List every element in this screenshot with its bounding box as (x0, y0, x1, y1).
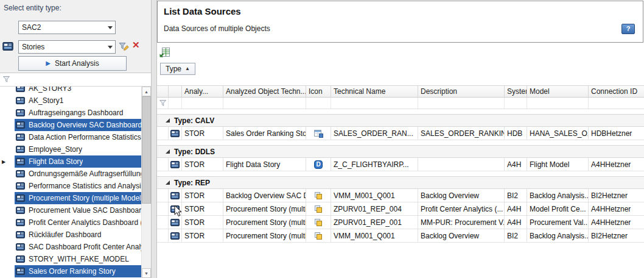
data-cell (157, 127, 169, 140)
list-item[interactable]: SAC Dashboard Profit Center Analytic (0, 241, 141, 253)
list-item[interactable]: Ordnungsgemäße Auftragserfüllung (0, 168, 141, 180)
filter-cell[interactable] (223, 98, 306, 109)
list-item[interactable]: Sales Order Ranking Story (0, 265, 141, 277)
group-row[interactable]: Type: REP (157, 176, 644, 189)
data-cell: A4HHetzner (589, 158, 644, 171)
list-item-label: STORY_WITH_FAKE_MODEL (29, 255, 129, 263)
clear-filter-icon[interactable]: ✕ (132, 40, 140, 51)
list-item[interactable]: ▶ Flight Data Story (0, 155, 141, 168)
list-item-content: Sales Order Ranking Story (15, 265, 141, 277)
list-item[interactable]: Profit Center Analytics Dashboard (Pr (0, 216, 141, 229)
chevron-down-icon[interactable] (105, 46, 115, 49)
story-icon (16, 255, 25, 263)
group-row[interactable]: Type: DDLS (157, 145, 644, 158)
column-header[interactable]: Icon (306, 86, 331, 97)
row-gutter (0, 229, 15, 241)
list-item-label: Sales Order Ranking Story (29, 267, 116, 276)
data-cell: Procurement Story (multi... (223, 216, 306, 229)
data-cell: Flight Model (527, 158, 589, 171)
list-item-content: AK_Story1 (15, 94, 141, 107)
analyzed-object-icon-cell (169, 189, 182, 202)
grid-header-row: Analy...Analyzed Object Techn....IconTec… (157, 85, 644, 98)
filter-cell[interactable] (418, 98, 505, 109)
list-item[interactable]: STORY_WITH_FAKE_MODEL (0, 253, 141, 265)
story-icon (16, 170, 25, 177)
list-item-content: Rückläufer Dashboard (15, 229, 141, 241)
data-cell (157, 158, 169, 171)
column-header[interactable]: Model (527, 86, 589, 97)
data-cell: ZPURV01_REP_004 (331, 202, 418, 215)
row-gutter (0, 107, 15, 119)
filter-cell[interactable] (182, 98, 223, 109)
data-row[interactable]: STORBacklog Overview SAC D... VMM_M001_Q… (157, 189, 644, 202)
data-cell: A4HHetzner (589, 202, 644, 215)
list-filter-row[interactable] (0, 74, 151, 87)
list-item[interactable]: Backlog Overview SAC Dashboard (0, 119, 141, 131)
data-cell: HDB (505, 127, 527, 140)
focused-row-indicator: ▶ (0, 155, 15, 168)
data-row[interactable]: STORProcurement Story (multi... VMM_M001… (157, 229, 644, 243)
data-cell: Profit Center Analytics (... (418, 202, 505, 215)
list-item[interactable]: Performance Statistics and Analysis (0, 180, 141, 192)
list-item[interactable]: AK_Story1 (0, 94, 141, 107)
data-row[interactable]: STORProcurement Story (multi... ZPURV01_… (157, 202, 644, 216)
scrollbar-thumb[interactable] (142, 96, 151, 204)
filter-cell[interactable] (306, 98, 331, 109)
chevron-down-icon[interactable] (105, 26, 115, 29)
column-header[interactable]: Analy... (182, 86, 223, 97)
group-by-type-chip[interactable]: Type ▲ (160, 63, 195, 75)
data-cell: Backlog Overview SAC D... (223, 189, 306, 202)
list-item[interactable]: Procurement Value SAC Dashboard (0, 204, 141, 216)
object-type-value: Stories (19, 43, 105, 51)
filter-cell[interactable] (169, 98, 182, 109)
data-cell: MM-PUR: Procurement V... (418, 216, 505, 229)
list-item[interactable]: Employee_Story (0, 143, 141, 155)
list-item[interactable]: Data Action Performance Statistics an (0, 131, 141, 143)
filter-cell[interactable] (527, 98, 589, 109)
story-icon (16, 243, 25, 251)
story-icon (170, 130, 180, 137)
story-icon (16, 182, 25, 190)
list-item-label: Data Action Performance Statistics an (29, 133, 141, 141)
column-header[interactable]: Analyzed Object Techn.... (223, 86, 306, 97)
start-analysis-button[interactable]: ▶ Start Analysis (18, 56, 127, 71)
analyzed-object-icon-cell (169, 127, 182, 140)
column-header[interactable]: System (505, 86, 527, 97)
list-item-label: Rückläufer Dashboard (29, 230, 101, 239)
data-cell: BI2 (505, 189, 527, 202)
list-item-content: Procurement Value SAC Dashboard (15, 204, 141, 216)
data-row[interactable]: STORFlight Data StoryDZ_C_FLIGHTBYAIRP..… (157, 158, 644, 171)
source-type-icon-cell (306, 202, 331, 215)
object-type-combobox[interactable]: Stories (18, 40, 116, 54)
data-row[interactable]: STORProcurement Story (multi... ZPURV01_… (157, 216, 644, 229)
help-button[interactable]: ? (621, 24, 635, 34)
filter-funnel-icon (3, 76, 10, 84)
filter-cell[interactable] (331, 98, 418, 109)
cds-view-icon: D (314, 160, 323, 169)
list-item-label: Procurement Story (multiple Models) (29, 194, 141, 202)
filter-cell[interactable] (589, 98, 644, 109)
list-item[interactable]: Procurement Story (multiple Models) (0, 192, 141, 204)
filter-row-funnel-cell[interactable] (157, 98, 169, 109)
group-row[interactable]: Type: CALV (157, 114, 644, 127)
scroll-down-button[interactable]: ▼ (142, 268, 151, 278)
filter-funnel-icon (159, 100, 166, 106)
column-header[interactable]: Connection ID (589, 86, 644, 97)
app-window: Select entity type: SAC2 Stories (0, 0, 644, 278)
list-item[interactable]: Rückläufer Dashboard (0, 229, 141, 241)
panel-splitter[interactable] (151, 0, 157, 278)
scroll-up-button[interactable]: ▲ (142, 87, 151, 96)
filter-cell[interactable] (505, 98, 527, 109)
list-item[interactable]: Auftragseingangs Dashboard (0, 107, 141, 119)
grid-body: Type: CALV STORSales Order Ranking Story… (157, 114, 644, 243)
data-row[interactable]: STORSales Order Ranking Story SALES_ORDE… (157, 127, 644, 140)
grid-filter-row[interactable] (157, 98, 644, 109)
export-excel-icon[interactable] (159, 48, 170, 59)
filter-edit-icon[interactable] (119, 42, 129, 53)
entity-type-combobox[interactable]: SAC2 (18, 21, 116, 34)
list-item[interactable]: AK_STORY3 (0, 87, 141, 94)
column-header[interactable]: Description (418, 86, 505, 97)
list-scrollbar[interactable]: ▲ ▼ (141, 87, 151, 278)
story-icon (16, 87, 25, 92)
column-header[interactable]: Technical Name (331, 86, 418, 97)
